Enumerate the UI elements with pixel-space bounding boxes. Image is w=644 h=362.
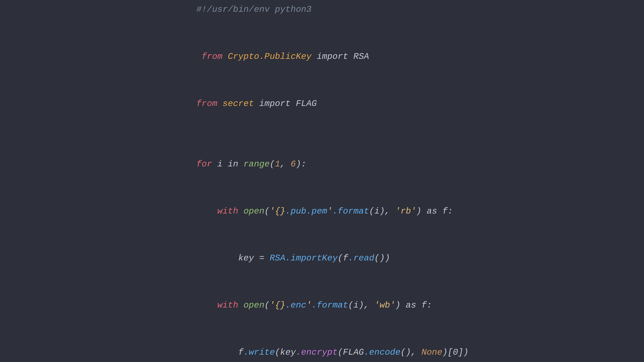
string-end-1: '	[327, 206, 332, 216]
builtin-range: range	[244, 159, 270, 169]
keyword-from-1: from	[196, 52, 228, 61]
keyword-from-2: from	[196, 99, 222, 109]
dot-format-1: .format	[332, 206, 369, 216]
builtin-open-2: open	[244, 300, 264, 310]
line-write: f.write(key.encrypt(FLAG.encode(), None)…	[176, 329, 468, 362]
keyword-with-2: with	[196, 300, 244, 310]
var-f-3: f	[422, 300, 427, 310]
line-import2: from secret import FLAG	[176, 80, 468, 127]
dot-encode: .encode	[364, 348, 400, 357]
keyword-none: None	[422, 348, 442, 357]
keyword-for: for	[196, 159, 217, 169]
var-key-2: key	[280, 348, 296, 357]
string-pub-pem: '{}	[270, 206, 286, 216]
colon-3: :	[427, 300, 432, 310]
dot-format-2: .format	[312, 300, 348, 310]
keyword-as-1: as	[422, 206, 442, 216]
paren-close-8: )	[464, 348, 468, 357]
var-i-2: i	[374, 206, 380, 216]
number-6: 6	[291, 159, 296, 169]
comma-2: ,	[385, 206, 395, 216]
comma-4: ,	[411, 348, 422, 357]
var-i-3: i	[353, 300, 358, 310]
paren-close-4: )	[385, 253, 390, 263]
paren-open-6: (	[264, 300, 270, 310]
paren-open-4: (	[338, 253, 343, 263]
paren-open-2: (	[264, 206, 270, 216]
name-flag-2: FLAG	[343, 348, 364, 357]
module-secret: secret	[222, 99, 254, 109]
colon-1: :	[301, 159, 306, 169]
paren-close-2: )	[380, 206, 385, 216]
string-wb: 'wb'	[374, 300, 395, 310]
name-flag: FLAG	[296, 99, 317, 109]
keyword-import-2: import	[254, 99, 296, 109]
dot-importkey: .importKey	[286, 253, 338, 263]
line-shebang: #!/usr/bin/env python3	[176, 0, 468, 33]
dot-encrypt: .encrypt	[296, 348, 338, 357]
line-with2: with open('{}.enc'.format(i), 'wb') as f…	[176, 282, 468, 329]
paren-close-6: )	[395, 300, 400, 310]
paren-open-7: (	[348, 300, 353, 310]
blank-line-1	[176, 127, 468, 141]
line-key: key = RSA.importKey(f.read())	[176, 235, 468, 282]
dot-pub: .pub.pem	[286, 206, 327, 216]
number-1: 1	[275, 159, 280, 169]
name-rsa: RSA	[353, 52, 369, 61]
colon-2: :	[448, 206, 453, 216]
keyword-in: in	[228, 159, 244, 169]
line-import1: from Crypto.PublicKey import RSA	[176, 33, 468, 80]
paren-close-1: )	[296, 159, 301, 169]
keyword-with-1: with	[196, 206, 244, 216]
paren-open-9: (	[338, 348, 343, 357]
paren-open-8: (	[275, 348, 280, 357]
shebang-text: #!/usr/bin/env python3	[196, 4, 312, 14]
line-for: for i in range(1, 6):	[176, 141, 468, 188]
var-i-1: i	[217, 159, 228, 169]
dot-write: .write	[244, 348, 275, 357]
paren-close-7: )	[442, 348, 448, 357]
paren-close-3: )	[416, 206, 422, 216]
builtin-open-1: open	[244, 206, 264, 216]
keyword-import-1: import	[312, 52, 354, 61]
string-rb: 'rb'	[395, 206, 416, 216]
dot-enc: .enc	[286, 300, 306, 310]
string-end-2: '	[306, 300, 312, 310]
paren-open-5: ()	[374, 253, 385, 263]
code-block: #!/usr/bin/env python3 from Crypto.Publi…	[162, 0, 482, 362]
var-key: key	[196, 253, 259, 263]
op-equals: =	[259, 253, 270, 263]
line-with1: with open('{}.pub.pem'.format(i), 'rb') …	[176, 188, 468, 235]
keyword-as-2: as	[400, 300, 422, 310]
class-rsa: RSA	[270, 253, 286, 263]
paren-open-10: ()	[400, 348, 411, 357]
var-f-4: f	[196, 348, 244, 357]
var-f-2: f	[343, 253, 348, 263]
var-f-1: f	[442, 206, 448, 216]
paren-open-1: (	[270, 159, 275, 169]
module-crypto: Crypto.PublicKey	[228, 52, 312, 61]
bracket-0: [0]	[448, 348, 464, 357]
string-enc: '{}	[270, 300, 286, 310]
comma-1: ,	[280, 159, 290, 169]
paren-close-5: )	[358, 300, 364, 310]
dot-read: .read	[348, 253, 374, 263]
paren-open-3: (	[369, 206, 374, 216]
comma-3: ,	[364, 300, 374, 310]
